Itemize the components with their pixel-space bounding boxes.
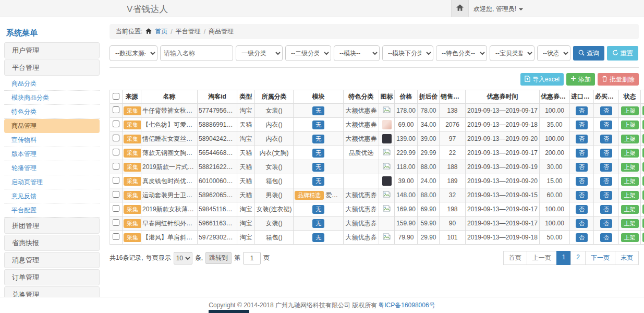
- pager-current-page[interactable]: 1: [556, 251, 572, 265]
- sidebar-item[interactable]: 意见反馈: [4, 189, 100, 203]
- import-optional-toggle[interactable]: 否: [576, 233, 588, 242]
- must-buy-toggle[interactable]: 否: [600, 135, 612, 143]
- status-badge[interactable]: 上架: [621, 106, 639, 115]
- sidebar-item[interactable]: 平台管理: [4, 59, 100, 76]
- must-buy-toggle[interactable]: 否: [600, 205, 612, 214]
- row-checkbox[interactable]: [113, 121, 119, 127]
- filter-select-data-source[interactable]: --数据来源--: [110, 45, 157, 61]
- filter-select-module-subcategory[interactable]: --模块下分类--: [382, 45, 433, 61]
- status-badge[interactable]: 上架: [621, 163, 639, 172]
- filter-select-status[interactable]: --状态--: [537, 45, 570, 61]
- must-buy-toggle[interactable]: 否: [600, 177, 612, 186]
- coupon-time-cell: 2019-09-13—2019-09-20: [466, 132, 540, 146]
- sidebar-item[interactable]: 平台配置: [4, 203, 100, 218]
- user-menu[interactable]: 欢迎您, 管理员!: [473, 5, 523, 14]
- module-badge[interactable]: 无: [312, 177, 324, 186]
- filter-select-module[interactable]: --模块--: [334, 45, 380, 61]
- import-optional-toggle[interactable]: 否: [576, 135, 588, 143]
- row-checkbox[interactable]: [113, 135, 119, 141]
- sidebar-item[interactable]: 商品管理: [4, 119, 100, 133]
- breadcrumb-home-link[interactable]: 首页: [155, 27, 167, 36]
- module-badge[interactable]: 无: [312, 163, 324, 172]
- per-page-select[interactable]: 10: [174, 252, 192, 264]
- sidebar-item[interactable]: 特色分类: [4, 105, 100, 119]
- import-optional-toggle[interactable]: 否: [576, 205, 588, 214]
- batch-delete-button[interactable]: 批量删除: [598, 73, 639, 86]
- import-optional-toggle[interactable]: 否: [576, 121, 588, 129]
- filter-select-special-category[interactable]: --特色分类--: [436, 45, 487, 61]
- row-checkbox[interactable]: [113, 219, 119, 226]
- import-optional-toggle[interactable]: 否: [576, 149, 588, 158]
- add-button[interactable]: 添加: [566, 73, 595, 86]
- source-badge: 采集: [124, 135, 141, 143]
- pager-button[interactable]: 下一页: [585, 251, 615, 265]
- sidebar-item[interactable]: 省惠快报: [4, 235, 100, 251]
- module-badge[interactable]: 无: [312, 106, 324, 115]
- icp-link[interactable]: 粤ICP备16098006号: [378, 301, 435, 310]
- import-optional-toggle[interactable]: 否: [576, 177, 588, 186]
- sidebar-item[interactable]: 商品分类: [4, 77, 100, 91]
- must-buy-toggle[interactable]: 否: [600, 191, 612, 200]
- module-badge[interactable]: 无: [312, 149, 324, 158]
- pager-button[interactable]: 首页: [503, 251, 527, 265]
- sidebar-item[interactable]: 拼团管理: [4, 218, 100, 234]
- filter-select-item-type[interactable]: --宝贝类型--: [490, 45, 534, 61]
- import-excel-button[interactable]: 导入excel: [520, 73, 564, 86]
- status-badge[interactable]: 上架: [621, 121, 639, 129]
- home-button[interactable]: [451, 0, 469, 17]
- sidebar-item[interactable]: 模块商品分类: [4, 91, 100, 105]
- select-all-checkbox[interactable]: [113, 93, 119, 100]
- status-badge[interactable]: 上架: [621, 177, 639, 186]
- pager-button[interactable]: 末页: [615, 251, 639, 265]
- module-badge[interactable]: 无: [312, 205, 324, 214]
- pager-button[interactable]: 上一页: [527, 251, 557, 265]
- must-buy-toggle[interactable]: 否: [600, 219, 612, 228]
- jump-button[interactable]: 跳转到: [205, 252, 232, 264]
- pager-button[interactable]: 2: [570, 251, 586, 265]
- must-buy-toggle[interactable]: 否: [600, 121, 612, 129]
- import-optional-toggle[interactable]: 否: [576, 191, 588, 200]
- sidebar-item[interactable]: 宣传物料: [4, 133, 100, 147]
- row-checkbox[interactable]: [113, 106, 119, 113]
- filter-select-level1-category[interactable]: 一级分类: [236, 45, 283, 61]
- status-badge[interactable]: 上架: [621, 205, 639, 214]
- module-badge[interactable]: 无: [312, 135, 324, 143]
- taoke-id-cell: 565446685867: [198, 146, 237, 160]
- sidebar-item[interactable]: 轮播管理: [4, 161, 100, 175]
- row-checkbox[interactable]: [113, 177, 119, 184]
- module-badge[interactable]: 品牌精选: [295, 191, 324, 200]
- pagination: 共16条记录, 每页显示 10 条, 跳转到 第 页 首页上一页12下一页末页: [110, 251, 639, 265]
- row-checkbox[interactable]: [113, 233, 119, 240]
- column-header: 特色分类: [344, 90, 379, 104]
- row-checkbox[interactable]: [113, 163, 119, 170]
- must-buy-toggle[interactable]: 否: [600, 163, 612, 172]
- must-buy-toggle[interactable]: 否: [600, 106, 612, 115]
- import-optional-toggle[interactable]: 否: [576, 106, 588, 115]
- status-badge[interactable]: 上架: [621, 219, 639, 228]
- module-badge[interactable]: 无: [312, 219, 324, 228]
- row-checkbox[interactable]: [113, 149, 119, 155]
- status-badge[interactable]: 上架: [621, 149, 639, 158]
- sidebar-item[interactable]: 版本管理: [4, 147, 100, 161]
- sidebar-item[interactable]: 启动页管理: [4, 175, 100, 189]
- must-buy-toggle[interactable]: 否: [600, 149, 612, 158]
- status-badge[interactable]: 上架: [621, 191, 639, 200]
- import-optional-toggle[interactable]: 否: [576, 163, 588, 172]
- filter-select-level2-category[interactable]: --二级分类--: [285, 45, 331, 61]
- sidebar-item[interactable]: 消息管理: [4, 252, 100, 268]
- sidebar-item[interactable]: 订单管理: [4, 269, 100, 285]
- sidebar-item[interactable]: 用户管理: [4, 42, 100, 58]
- row-checkbox[interactable]: [113, 191, 119, 198]
- status-badge[interactable]: 上架: [621, 135, 639, 143]
- search-button[interactable]: 查询: [573, 46, 604, 61]
- name-search-input[interactable]: [160, 45, 233, 61]
- jump-page-input[interactable]: [243, 252, 261, 264]
- status-badge[interactable]: 上架: [621, 233, 639, 242]
- actions-cell: [641, 216, 644, 231]
- module-badge[interactable]: 无: [312, 121, 324, 129]
- must-buy-toggle[interactable]: 否: [600, 233, 612, 242]
- reset-button[interactable]: 重置: [607, 46, 638, 61]
- row-checkbox[interactable]: [113, 205, 119, 212]
- module-badge[interactable]: 无: [312, 233, 324, 242]
- import-optional-toggle[interactable]: 否: [576, 219, 588, 228]
